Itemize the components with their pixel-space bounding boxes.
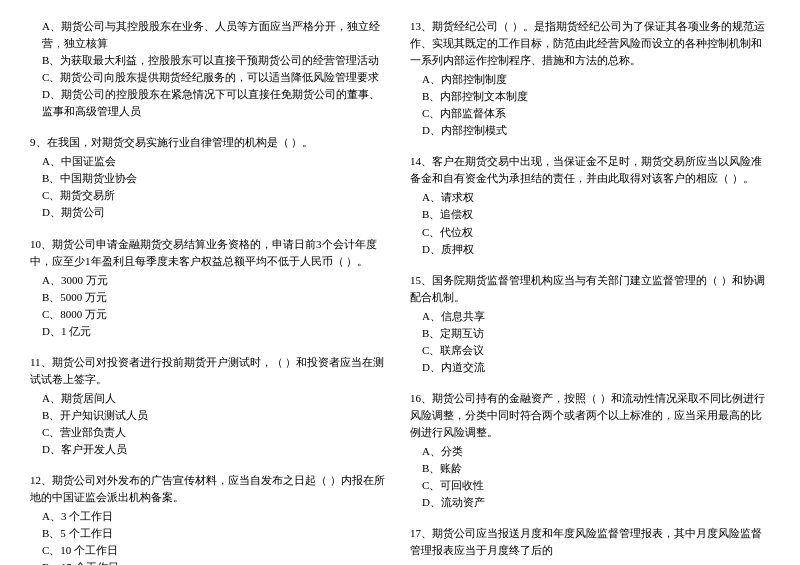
q9-option-c: C、期货交易所: [30, 187, 390, 204]
q15-option-b: B、定期互访: [410, 325, 770, 342]
left-column: A、期货公司与其控股股东在业务、人员等方面应当严格分开，独立经营，独立核算 B、…: [30, 18, 390, 565]
q13-option-d: D、内部控制模式: [410, 122, 770, 139]
question-12-text: 12、期货公司对外发布的广告宣传材料，应当自发布之日起（ ）内报在所地的中国证监…: [30, 472, 390, 506]
q10-option-d: D、1 亿元: [30, 323, 390, 340]
q16-option-b: B、账龄: [410, 460, 770, 477]
q14-option-d: D、质押权: [410, 241, 770, 258]
q16-option-a: A、分类: [410, 443, 770, 460]
question-16-text: 16、期货公司持有的金融资产，按照（ ）和流动性情况采取不同比例进行风险调整，分…: [410, 390, 770, 441]
question-13-text: 13、期货经纪公司（ ）。是指期货经纪公司为了保证其各项业务的规范运作、实现其既…: [410, 18, 770, 69]
q10-option-a: A、3000 万元: [30, 272, 390, 289]
columns-layout: A、期货公司与其控股股东在业务、人员等方面应当严格分开，独立经营，独立核算 B、…: [30, 18, 770, 565]
q13-option-c: C、内部监督体系: [410, 105, 770, 122]
question-13: 13、期货经纪公司（ ）。是指期货经纪公司为了保证其各项业务的规范运作、实现其既…: [410, 18, 770, 139]
q10-option-b: B、5000 万元: [30, 289, 390, 306]
option-a-cont: A、期货公司与其控股股东在业务、人员等方面应当严格分开，独立经营，独立核算: [30, 18, 390, 52]
q9-option-b: B、中国期货业协会: [30, 170, 390, 187]
question-11-text: 11、期货公司对投资者进行投前期货开户测试时，（ ）和投资者应当在测试试卷上签字…: [30, 354, 390, 388]
q15-option-c: C、联席会议: [410, 342, 770, 359]
q16-option-d: D、流动资产: [410, 494, 770, 511]
q15-option-a: A、信息共享: [410, 308, 770, 325]
q11-option-c: C、营业部负责人: [30, 424, 390, 441]
question-9: 9、在我国，对期货交易实施行业自律管理的机构是（ ）。 A、中国证监会 B、中国…: [30, 134, 390, 221]
q13-option-b: B、内部控制文本制度: [410, 88, 770, 105]
question-10-text: 10、期货公司申请金融期货交易结算业务资格的，申请日前3个会计年度中，应至少1年…: [30, 236, 390, 270]
question-14-text: 14、客户在期货交易中出现，当保证金不足时，期货交易所应当以风险准备金和自有资金…: [410, 153, 770, 187]
question-15: 15、国务院期货监督管理机构应当与有关部门建立监督管理的（ ）和协调配合机制。 …: [410, 272, 770, 376]
q12-option-b: B、5 个工作日: [30, 525, 390, 542]
question-11: 11、期货公司对投资者进行投前期货开户测试时，（ ）和投资者应当在测试试卷上签字…: [30, 354, 390, 458]
option-c-cont: C、期货公司向股东提供期货经纪服务的，可以适当降低风险管理要求: [30, 69, 390, 86]
q11-option-a: A、期货居间人: [30, 390, 390, 407]
q11-option-b: B、开户知识测试人员: [30, 407, 390, 424]
question-10: 10、期货公司申请金融期货交易结算业务资格的，申请日前3个会计年度中，应至少1年…: [30, 236, 390, 340]
option-d-cont: D、期货公司的控股股东在紧急情况下可以直接任免期货公司的董事、监事和高级管理人员: [30, 86, 390, 120]
question-17: 17、期货公司应当报送月度和年度风险监督管理报表，其中月度风险监督管理报表应当于…: [410, 525, 770, 561]
question-17-text: 17、期货公司应当报送月度和年度风险监督管理报表，其中月度风险监督管理报表应当于…: [410, 525, 770, 559]
question-15-text: 15、国务院期货监督管理机构应当与有关部门建立监督管理的（ ）和协调配合机制。: [410, 272, 770, 306]
question-16: 16、期货公司持有的金融资产，按照（ ）和流动性情况采取不同比例进行风险调整，分…: [410, 390, 770, 511]
q12-option-a: A、3 个工作日: [30, 508, 390, 525]
q12-option-d: D、15 个工作日: [30, 559, 390, 565]
q15-option-d: D、内道交流: [410, 359, 770, 376]
q10-option-c: C、8000 万元: [30, 306, 390, 323]
option-b-cont: B、为获取最大利益，控股股东可以直接干预期货公司的经营管理活动: [30, 52, 390, 69]
q14-option-c: C、代位权: [410, 224, 770, 241]
q13-option-a: A、内部控制制度: [410, 71, 770, 88]
question-9-text: 9、在我国，对期货交易实施行业自律管理的机构是（ ）。: [30, 134, 390, 151]
question-14: 14、客户在期货交易中出现，当保证金不足时，期货交易所应当以风险准备金和自有资金…: [410, 153, 770, 257]
q-left-continuation: A、期货公司与其控股股东在业务、人员等方面应当严格分开，独立经营，独立核算 B、…: [30, 18, 390, 120]
page-container: A、期货公司与其控股股东在业务、人员等方面应当严格分开，独立经营，独立核算 B、…: [30, 18, 770, 565]
q11-option-d: D、客户开发人员: [30, 441, 390, 458]
q16-option-c: C、可回收性: [410, 477, 770, 494]
q9-option-a: A、中国证监会: [30, 153, 390, 170]
q9-option-d: D、期货公司: [30, 204, 390, 221]
q12-option-c: C、10 个工作日: [30, 542, 390, 559]
right-column: 13、期货经纪公司（ ）。是指期货经纪公司为了保证其各项业务的规范运作、实现其既…: [410, 18, 770, 565]
q14-option-b: B、追偿权: [410, 206, 770, 223]
question-12: 12、期货公司对外发布的广告宣传材料，应当自发布之日起（ ）内报在所地的中国证监…: [30, 472, 390, 565]
q14-option-a: A、请求权: [410, 189, 770, 206]
